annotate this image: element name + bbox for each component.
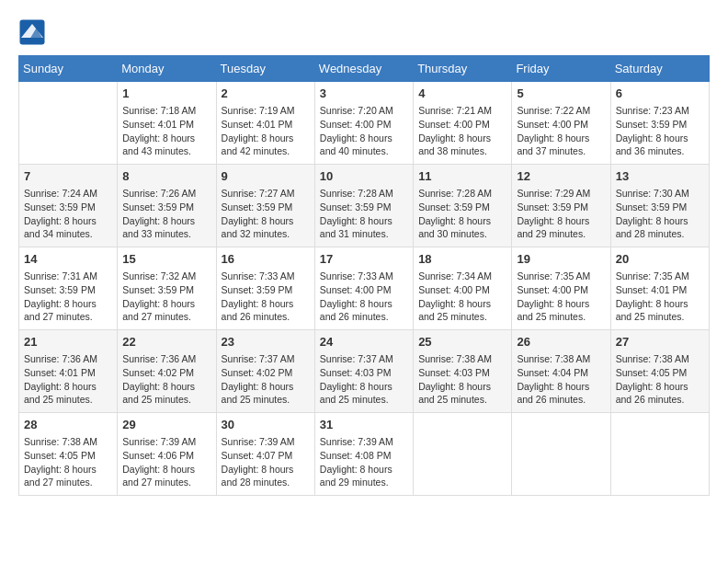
calendar-week-row: 28Sunrise: 7:38 AMSunset: 4:05 PMDayligh… <box>19 413 710 496</box>
day-info: Sunrise: 7:39 AMSunset: 4:08 PMDaylight:… <box>320 435 408 489</box>
day-number: 15 <box>122 251 210 268</box>
calendar-cell: 11Sunrise: 7:28 AMSunset: 3:59 PMDayligh… <box>414 165 512 247</box>
calendar-cell: 18Sunrise: 7:34 AMSunset: 4:00 PMDayligh… <box>414 247 512 330</box>
day-number: 18 <box>418 251 506 268</box>
day-number: 5 <box>517 86 605 102</box>
day-info: Sunrise: 7:32 AMSunset: 3:59 PMDaylight:… <box>122 270 210 324</box>
day-info: Sunrise: 7:29 AMSunset: 3:59 PMDaylight:… <box>517 187 605 241</box>
day-number: 2 <box>222 86 310 102</box>
day-number: 19 <box>517 251 605 268</box>
day-number: 17 <box>320 251 408 268</box>
calendar-cell: 23Sunrise: 7:37 AMSunset: 4:02 PMDayligh… <box>216 330 314 413</box>
calendar-week-row: 14Sunrise: 7:31 AMSunset: 3:59 PMDayligh… <box>19 247 710 330</box>
day-number: 6 <box>616 86 704 102</box>
weekday-header: Saturday <box>610 56 709 82</box>
calendar-cell <box>414 413 512 496</box>
calendar-cell: 4Sunrise: 7:21 AMSunset: 4:00 PMDaylight… <box>414 82 512 165</box>
calendar-cell: 13Sunrise: 7:30 AMSunset: 3:59 PMDayligh… <box>610 165 709 247</box>
calendar-cell: 30Sunrise: 7:39 AMSunset: 4:07 PMDayligh… <box>216 413 314 496</box>
day-number: 24 <box>320 334 408 350</box>
day-info: Sunrise: 7:26 AMSunset: 3:59 PMDaylight:… <box>122 187 210 241</box>
day-info: Sunrise: 7:21 AMSunset: 4:00 PMDaylight:… <box>418 104 506 158</box>
day-info: Sunrise: 7:19 AMSunset: 4:01 PMDaylight:… <box>222 104 310 158</box>
day-info: Sunrise: 7:30 AMSunset: 3:59 PMDaylight:… <box>616 187 704 241</box>
calendar-cell: 16Sunrise: 7:33 AMSunset: 3:59 PMDayligh… <box>216 247 314 330</box>
calendar-cell: 25Sunrise: 7:38 AMSunset: 4:03 PMDayligh… <box>414 330 512 413</box>
day-info: Sunrise: 7:37 AMSunset: 4:02 PMDaylight:… <box>222 352 310 407</box>
calendar-cell: 24Sunrise: 7:37 AMSunset: 4:03 PMDayligh… <box>314 330 413 413</box>
day-info: Sunrise: 7:38 AMSunset: 4:03 PMDaylight:… <box>418 352 506 407</box>
calendar-cell: 17Sunrise: 7:33 AMSunset: 4:00 PMDayligh… <box>314 247 413 330</box>
calendar-cell: 2Sunrise: 7:19 AMSunset: 4:01 PMDaylight… <box>216 82 314 165</box>
day-info: Sunrise: 7:28 AMSunset: 3:59 PMDaylight:… <box>418 187 506 241</box>
day-info: Sunrise: 7:39 AMSunset: 4:06 PMDaylight:… <box>122 435 210 489</box>
weekday-header: Wednesday <box>314 56 413 82</box>
calendar-cell <box>19 82 118 165</box>
weekday-header: Monday <box>118 56 216 82</box>
day-number: 21 <box>24 334 112 350</box>
day-info: Sunrise: 7:22 AMSunset: 4:00 PMDaylight:… <box>517 104 605 158</box>
calendar-cell: 27Sunrise: 7:38 AMSunset: 4:05 PMDayligh… <box>610 330 709 413</box>
day-info: Sunrise: 7:27 AMSunset: 3:59 PMDaylight:… <box>222 187 310 241</box>
calendar-cell: 3Sunrise: 7:20 AMSunset: 4:00 PMDaylight… <box>314 82 413 165</box>
day-number: 22 <box>122 334 210 350</box>
page-header <box>18 18 710 46</box>
day-number: 16 <box>222 251 310 268</box>
weekday-header-row: SundayMondayTuesdayWednesdayThursdayFrid… <box>19 56 710 82</box>
calendar-cell: 5Sunrise: 7:22 AMSunset: 4:00 PMDaylight… <box>512 82 610 165</box>
weekday-header: Sunday <box>19 56 118 82</box>
day-info: Sunrise: 7:20 AMSunset: 4:00 PMDaylight:… <box>320 104 408 158</box>
day-info: Sunrise: 7:35 AMSunset: 4:00 PMDaylight:… <box>517 270 605 324</box>
day-number: 20 <box>616 251 704 268</box>
day-number: 23 <box>222 334 310 350</box>
day-number: 14 <box>24 251 112 268</box>
day-number: 25 <box>418 334 506 350</box>
calendar-cell: 28Sunrise: 7:38 AMSunset: 4:05 PMDayligh… <box>19 413 118 496</box>
calendar-cell: 26Sunrise: 7:38 AMSunset: 4:04 PMDayligh… <box>512 330 610 413</box>
day-number: 3 <box>320 86 408 102</box>
calendar-cell: 19Sunrise: 7:35 AMSunset: 4:00 PMDayligh… <box>512 247 610 330</box>
calendar-cell: 10Sunrise: 7:28 AMSunset: 3:59 PMDayligh… <box>314 165 413 247</box>
day-info: Sunrise: 7:24 AMSunset: 3:59 PMDaylight:… <box>24 187 112 241</box>
day-number: 4 <box>418 86 506 102</box>
day-info: Sunrise: 7:39 AMSunset: 4:07 PMDaylight:… <box>222 435 310 489</box>
day-info: Sunrise: 7:28 AMSunset: 3:59 PMDaylight:… <box>320 187 408 241</box>
day-number: 31 <box>320 417 408 433</box>
calendar-cell: 8Sunrise: 7:26 AMSunset: 3:59 PMDaylight… <box>118 165 216 247</box>
day-number: 30 <box>222 417 310 433</box>
day-number: 10 <box>320 168 408 185</box>
day-number: 7 <box>24 168 112 185</box>
day-info: Sunrise: 7:34 AMSunset: 4:00 PMDaylight:… <box>418 270 506 324</box>
logo-icon <box>18 18 46 46</box>
day-info: Sunrise: 7:36 AMSunset: 4:01 PMDaylight:… <box>24 352 112 407</box>
day-number: 28 <box>24 417 112 433</box>
day-info: Sunrise: 7:35 AMSunset: 4:01 PMDaylight:… <box>616 270 704 324</box>
day-info: Sunrise: 7:33 AMSunset: 3:59 PMDaylight:… <box>222 270 310 324</box>
calendar-cell <box>610 413 709 496</box>
weekday-header: Thursday <box>414 56 512 82</box>
day-number: 27 <box>616 334 704 350</box>
weekday-header: Friday <box>512 56 610 82</box>
day-number: 29 <box>122 417 210 433</box>
day-number: 9 <box>222 168 310 185</box>
day-info: Sunrise: 7:31 AMSunset: 3:59 PMDaylight:… <box>24 270 112 324</box>
calendar-cell: 31Sunrise: 7:39 AMSunset: 4:08 PMDayligh… <box>314 413 413 496</box>
day-info: Sunrise: 7:33 AMSunset: 4:00 PMDaylight:… <box>320 270 408 324</box>
calendar-cell: 29Sunrise: 7:39 AMSunset: 4:06 PMDayligh… <box>118 413 216 496</box>
day-info: Sunrise: 7:38 AMSunset: 4:05 PMDaylight:… <box>24 435 112 489</box>
calendar-week-row: 1Sunrise: 7:18 AMSunset: 4:01 PMDaylight… <box>19 82 710 165</box>
day-number: 13 <box>616 168 704 185</box>
day-number: 1 <box>122 86 210 102</box>
day-info: Sunrise: 7:38 AMSunset: 4:05 PMDaylight:… <box>616 352 704 407</box>
calendar-cell: 6Sunrise: 7:23 AMSunset: 3:59 PMDaylight… <box>610 82 709 165</box>
day-number: 26 <box>517 334 605 350</box>
calendar-header: SundayMondayTuesdayWednesdayThursdayFrid… <box>19 56 710 82</box>
calendar-week-row: 21Sunrise: 7:36 AMSunset: 4:01 PMDayligh… <box>19 330 710 413</box>
calendar-cell: 21Sunrise: 7:36 AMSunset: 4:01 PMDayligh… <box>19 330 118 413</box>
day-number: 12 <box>517 168 605 185</box>
calendar-cell: 9Sunrise: 7:27 AMSunset: 3:59 PMDaylight… <box>216 165 314 247</box>
day-info: Sunrise: 7:23 AMSunset: 3:59 PMDaylight:… <box>616 104 704 158</box>
day-number: 11 <box>418 168 506 185</box>
day-info: Sunrise: 7:38 AMSunset: 4:04 PMDaylight:… <box>517 352 605 407</box>
calendar-cell: 1Sunrise: 7:18 AMSunset: 4:01 PMDaylight… <box>118 82 216 165</box>
